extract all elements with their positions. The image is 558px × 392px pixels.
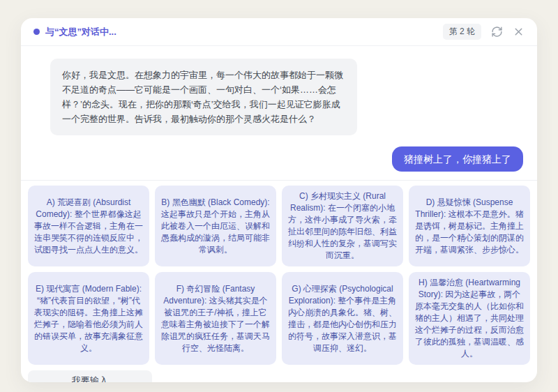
dialog-panel: 与“文思”对话中... 第 2 轮 你好，我是文思。在想象力的宇宙里，每一个伟大… — [21, 18, 537, 382]
dialog-header: 与“文思”对话中... 第 2 轮 — [21, 18, 537, 46]
option-grid: A) 荒诞喜剧 (Absurdist Comedy): 整个世界都像这起事故一样… — [21, 181, 537, 369]
user-message-bubble: 猪撞树上了，你撞猪上了 — [392, 146, 523, 172]
option-card-f[interactable]: F) 奇幻冒险 (Fantasy Adventure): 这头猪其实是个被诅咒的… — [155, 272, 276, 365]
option-card-a[interactable]: A) 荒诞喜剧 (Absurdist Comedy): 整个世界都像这起事故一样… — [28, 186, 149, 266]
manual-input-row: 我要输入 — [21, 369, 537, 382]
option-card-h[interactable]: H) 温馨治愈 (Heartwarming Story): 因为这起事故，两个原… — [409, 272, 530, 365]
option-card-e[interactable]: E) 现代寓言 (Modern Fable): “猪”代表盲目的欲望，“树”代表… — [28, 272, 149, 365]
user-message-row: 猪撞树上了，你撞猪上了 — [50, 146, 523, 172]
chat-area: 你好，我是文思。在想象力的宇宙里，每一个伟大的故事都始于一颗微不足道的奇点——它… — [21, 46, 537, 172]
refresh-icon[interactable] — [491, 26, 503, 38]
dialog-title: 与“文思”对话中... — [45, 26, 116, 38]
status-dot-icon — [33, 29, 40, 35]
option-card-c[interactable]: C) 乡村现实主义 (Rural Realism): 在一个闭塞的小地方，这件小… — [282, 186, 403, 266]
option-card-g[interactable]: G) 心理探索 (Psychological Exploration): 整个事… — [282, 272, 403, 365]
manual-input-button[interactable]: 我要输入 — [28, 370, 152, 382]
option-card-d[interactable]: D) 悬疑惊悚 (Suspense Thriller): 这根本不是意外。猪是诱… — [409, 186, 530, 266]
option-card-b[interactable]: B) 黑色幽默 (Black Comedy): 这起事故只是个开始，主角从此被卷… — [155, 186, 276, 266]
header-actions: 第 2 轮 — [443, 24, 525, 40]
ai-message-bubble: 你好，我是文思。在想象力的宇宙里，每一个伟大的故事都始于一颗微不足道的奇点——它… — [50, 59, 357, 135]
close-icon[interactable] — [513, 26, 525, 38]
round-badge: 第 2 轮 — [443, 24, 481, 40]
